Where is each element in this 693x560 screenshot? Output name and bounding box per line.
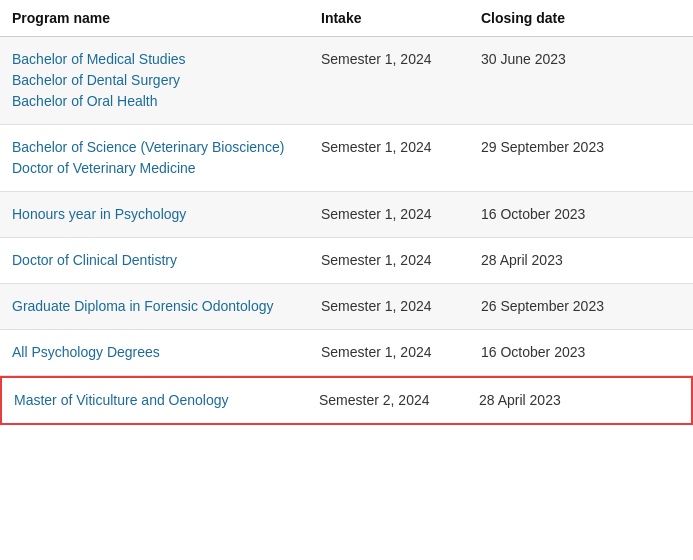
closing-date-value: 16 October 2023 <box>481 204 681 225</box>
program-name-cell: Master of Viticulture and Oenology <box>14 390 319 411</box>
program-name[interactable]: Bachelor of Oral Health <box>12 91 321 112</box>
closing-date-value: 16 October 2023 <box>481 342 681 363</box>
intake-header: Intake <box>321 10 481 26</box>
table-row: Master of Viticulture and OenologySemest… <box>0 376 693 425</box>
table-row: Bachelor of Medical StudiesBachelor of D… <box>0 37 693 125</box>
table-body: Bachelor of Medical StudiesBachelor of D… <box>0 37 693 425</box>
intake-value: Semester 1, 2024 <box>321 296 481 317</box>
intake-value: Semester 1, 2024 <box>321 49 481 112</box>
intake-value: Semester 1, 2024 <box>321 204 481 225</box>
table-header-row: Program name Intake Closing date <box>0 0 693 37</box>
intake-value: Semester 1, 2024 <box>321 137 481 179</box>
table-row: All Psychology DegreesSemester 1, 202416… <box>0 330 693 376</box>
program-name-cell: Bachelor of Science (Veterinary Bioscien… <box>12 137 321 179</box>
closing-date-header: Closing date <box>481 10 681 26</box>
program-name[interactable]: Bachelor of Science (Veterinary Bioscien… <box>12 137 321 158</box>
program-name[interactable]: Honours year in Psychology <box>12 204 321 225</box>
closing-date-value: 29 September 2023 <box>481 137 681 179</box>
closing-date-value: 28 April 2023 <box>481 250 681 271</box>
program-name[interactable]: Doctor of Clinical Dentistry <box>12 250 321 271</box>
closing-date-value: 30 June 2023 <box>481 49 681 112</box>
intake-value: Semester 1, 2024 <box>321 250 481 271</box>
program-name-cell: Graduate Diploma in Forensic Odontology <box>12 296 321 317</box>
intake-value: Semester 1, 2024 <box>321 342 481 363</box>
program-name[interactable]: Doctor of Veterinary Medicine <box>12 158 321 179</box>
program-name[interactable]: Master of Viticulture and Oenology <box>14 390 319 411</box>
program-name[interactable]: Bachelor of Dental Surgery <box>12 70 321 91</box>
programs-table: Program name Intake Closing date Bachelo… <box>0 0 693 425</box>
program-name-cell: Honours year in Psychology <box>12 204 321 225</box>
intake-value: Semester 2, 2024 <box>319 390 479 411</box>
table-row: Doctor of Clinical DentistrySemester 1, … <box>0 238 693 284</box>
program-name-header: Program name <box>12 10 321 26</box>
program-name[interactable]: Bachelor of Medical Studies <box>12 49 321 70</box>
table-row: Graduate Diploma in Forensic OdontologyS… <box>0 284 693 330</box>
program-name-cell: Doctor of Clinical Dentistry <box>12 250 321 271</box>
closing-date-value: 26 September 2023 <box>481 296 681 317</box>
program-name[interactable]: Graduate Diploma in Forensic Odontology <box>12 296 321 317</box>
table-row: Honours year in PsychologySemester 1, 20… <box>0 192 693 238</box>
program-name[interactable]: All Psychology Degrees <box>12 342 321 363</box>
table-row: Bachelor of Science (Veterinary Bioscien… <box>0 125 693 192</box>
program-name-cell: Bachelor of Medical StudiesBachelor of D… <box>12 49 321 112</box>
program-name-cell: All Psychology Degrees <box>12 342 321 363</box>
closing-date-value: 28 April 2023 <box>479 390 679 411</box>
